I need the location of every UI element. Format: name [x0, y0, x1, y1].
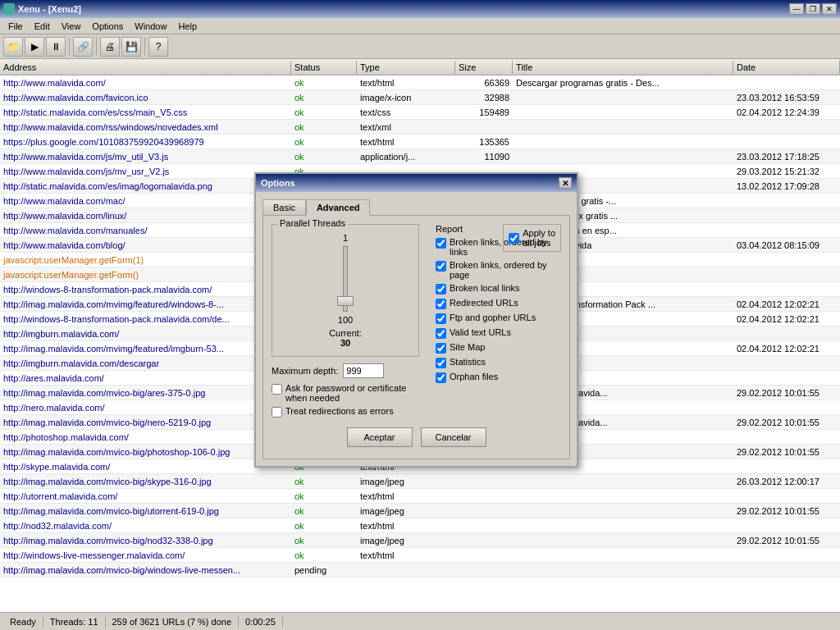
report-item-row: Site Map [436, 342, 561, 354]
report-label-ftp_gopher: Ftp and gopher URLs [450, 313, 536, 322]
tab-inner: Parallel Threads 1 100 Current: [272, 224, 561, 421]
parallel-threads-group: Parallel Threads 1 100 Current: [272, 224, 419, 357]
report-label-redirected_urls: Redirected URLs [450, 298, 518, 308]
report-item-row: Valid text URLs [436, 327, 561, 339]
cancel-button[interactable]: Cancelar [421, 427, 486, 447]
current-val: 30 [340, 338, 350, 348]
current-label: Current: [329, 328, 362, 338]
options-dialog: Options ✕ Basic Advanced Apply toall job… [254, 172, 578, 468]
parallel-threads-label: Parallel Threads [277, 218, 348, 228]
max-depth-row: Maximum depth: [272, 363, 419, 378]
slider-thumb[interactable] [337, 296, 354, 306]
report-label-site_map: Site Map [450, 342, 485, 352]
report-item-row: Statistics [436, 357, 561, 368]
report-label-orphan_files: Orphan files [450, 372, 498, 381]
report-checkbox-broken_by_page[interactable] [436, 261, 446, 272]
report-item-row: Broken local links [436, 283, 561, 294]
apply-all-box: Apply toall jobs [503, 224, 561, 252]
slider-container: 1 100 Current: 30 [277, 230, 413, 351]
tab-bar: Basic Advanced [262, 199, 570, 215]
report-label-statistics: Statistics [450, 357, 486, 367]
ask-password-row: Ask for password or certificate when nee… [272, 383, 419, 403]
dialog-title-text: Options [261, 178, 295, 188]
report-items: Broken links, ordered by links Broken li… [436, 237, 561, 383]
dialog-title-bar: Options ✕ [256, 174, 577, 192]
slider-top-val: 1 [343, 233, 348, 243]
dialog-overlay: Options ✕ Basic Advanced Apply toall job… [0, 0, 840, 630]
report-checkbox-redirected_urls[interactable] [436, 299, 446, 309]
treat-redirections-label: Treat redirections as errors [285, 406, 394, 416]
tab-basic[interactable]: Basic [262, 199, 306, 216]
tab-content: Apply toall jobs Parallel Threads 1 [262, 215, 570, 459]
left-col: Parallel Threads 1 100 Current: [272, 224, 419, 421]
apply-all-checkbox[interactable] [509, 233, 519, 244]
report-label-broken_by_page: Broken links, ordered by page [450, 260, 561, 280]
report-checkbox-site_map[interactable] [436, 343, 446, 354]
apply-all-label: Apply toall jobs [523, 228, 555, 248]
dialog-buttons: Aceptar Cancelar [272, 421, 561, 450]
report-label-broken_local: Broken local links [450, 283, 520, 293]
treat-redirections-checkbox[interactable] [272, 407, 282, 418]
max-depth-input[interactable] [343, 363, 384, 378]
report-label-valid_text: Valid text URLs [450, 327, 511, 337]
report-checkbox-valid_text[interactable] [436, 328, 446, 339]
ok-button[interactable]: Aceptar [347, 427, 413, 447]
treat-redirections-row: Treat redirections as errors [272, 406, 419, 418]
report-checkbox-ftp_gopher[interactable] [436, 313, 446, 324]
report-checkbox-broken_by_links[interactable] [436, 238, 446, 249]
ask-password-checkbox[interactable] [272, 384, 282, 395]
report-item-row: Orphan files [436, 372, 561, 383]
report-checkbox-statistics[interactable] [436, 358, 446, 368]
report-item-row: Ftp and gopher URLs [436, 313, 561, 324]
dialog-body: Basic Advanced Apply toall jobs Parallel… [256, 192, 577, 466]
report-item-row: Broken links, ordered by page [436, 260, 561, 280]
ask-password-label: Ask for password or certificate when nee… [285, 383, 419, 403]
report-checkbox-broken_local[interactable] [436, 284, 446, 294]
report-item-row: Redirected URLs [436, 298, 561, 309]
tab-advanced[interactable]: Advanced [306, 199, 371, 216]
max-depth-label: Maximum depth: [272, 366, 338, 376]
report-checkbox-orphan_files[interactable] [436, 372, 446, 383]
dialog-close-button[interactable]: ✕ [559, 177, 572, 189]
right-col: Report Broken links, ordered by links Br… [436, 224, 561, 421]
slider-bottom-val: 100 [338, 315, 353, 325]
